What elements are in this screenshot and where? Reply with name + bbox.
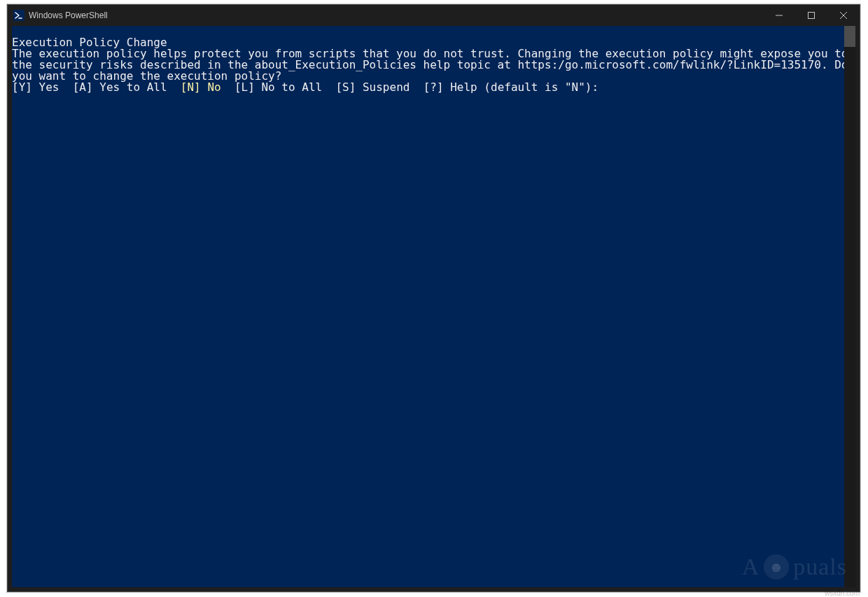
- opt-noall-key: [L]: [234, 80, 255, 94]
- titlebar[interactable]: Windows PowerShell: [8, 5, 860, 26]
- powershell-icon: [13, 10, 24, 21]
- opt-no-label: No: [201, 80, 234, 94]
- opt-suspend-label: Suspend: [356, 80, 423, 94]
- opt-all-label: Yes to All: [93, 80, 181, 94]
- client-area: Execution Policy Change The execution po…: [8, 26, 860, 591]
- opt-yes-label: Yes: [32, 80, 73, 94]
- vertical-scrollbar[interactable]: [844, 26, 855, 587]
- terminal-output[interactable]: Execution Policy Change The execution po…: [12, 26, 855, 587]
- opt-yes-key: [Y]: [12, 80, 32, 94]
- opt-all-key: [A]: [73, 80, 93, 94]
- opt-suspend-key: [S]: [335, 80, 356, 94]
- source-watermark: wsxdn.com: [825, 589, 860, 597]
- minimize-button[interactable]: [763, 5, 795, 26]
- opt-help-key: [?]: [424, 80, 444, 94]
- scrollbar-thumb[interactable]: [844, 26, 855, 47]
- window-title: Windows PowerShell: [29, 10, 108, 20]
- svg-rect-3: [808, 13, 815, 19]
- close-button[interactable]: [827, 5, 860, 26]
- maximize-button[interactable]: [795, 5, 827, 26]
- opt-no-key: [N]: [181, 80, 201, 94]
- powershell-window: Windows PowerShell Execution Policy Chan…: [7, 4, 860, 592]
- opt-help-label: Help (default is "N"):: [444, 80, 599, 94]
- output-prompt: [Y] Yes [A] Yes to All [N] No [L] No to …: [12, 80, 598, 94]
- output-body: The execution policy helps protect you f…: [12, 47, 855, 83]
- opt-noall-label: No to All: [255, 80, 336, 94]
